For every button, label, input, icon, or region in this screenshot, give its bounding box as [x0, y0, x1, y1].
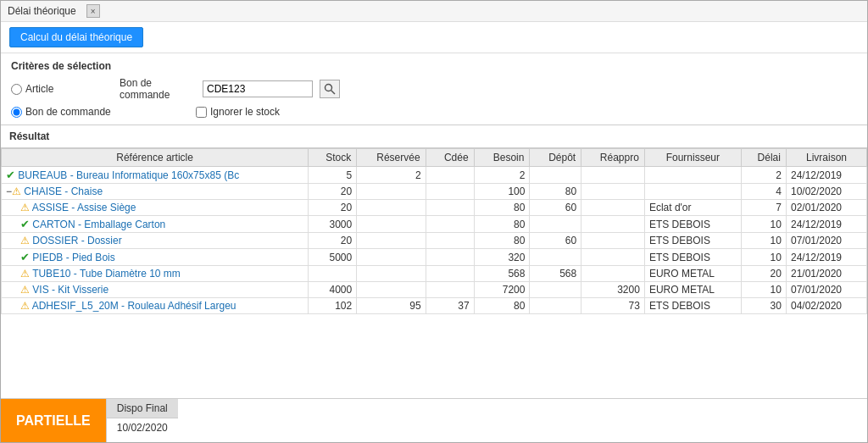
dispo-date: 10/02/2020 — [107, 418, 178, 437]
calc-button[interactable]: Calcul du délai théorique — [9, 27, 143, 47]
item-name-link[interactable]: DOSSIER - Dossier — [32, 235, 121, 246]
cell-reservee — [357, 266, 426, 282]
radio-bon-commande[interactable] — [11, 107, 22, 118]
cell-cdee — [426, 249, 474, 266]
cell-depot — [530, 282, 581, 298]
cell-ref: ⚠ TUBE10 - Tube Diamètre 10 mm — [2, 266, 309, 282]
cell-reappro: 73 — [581, 298, 645, 314]
expand-icon[interactable]: − — [6, 186, 12, 197]
cell-livraison: 24/12/2019 — [786, 216, 866, 233]
cell-livraison: 10/02/2020 — [786, 184, 866, 200]
cell-delai: 10 — [741, 216, 786, 233]
field-label: Bon de commande — [120, 77, 196, 101]
cell-fournisseur: ETS DEBOIS — [644, 233, 741, 249]
cell-livraison: 21/01/2020 — [786, 266, 866, 282]
cell-delai: 2 — [741, 167, 786, 184]
status-warn-icon: ⚠ — [12, 186, 21, 197]
cell-stock — [309, 266, 357, 282]
cell-depot — [530, 216, 581, 233]
search-button[interactable] — [320, 80, 340, 98]
col-header-cdee: Cdée — [426, 149, 474, 167]
cell-besoin: 100 — [474, 184, 530, 200]
cell-depot: 60 — [530, 233, 581, 249]
item-name-link[interactable]: CARTON - Emballage Carton — [32, 219, 165, 230]
radio-bon-label[interactable]: Bon de commande — [11, 106, 113, 118]
cell-besoin: 7200 — [474, 282, 530, 298]
col-header-stock: Stock — [309, 149, 357, 167]
cell-ref: ✔ BUREAUB - Bureau Informatique 160x75x8… — [2, 167, 309, 184]
col-header-depot: Dépôt — [530, 149, 581, 167]
status-warn-icon: ⚠ — [20, 235, 30, 246]
cell-reservee: 2 — [357, 167, 426, 184]
result-table-wrapper[interactable]: Référence article Stock Réservée Cdée Be… — [1, 148, 867, 398]
cell-livraison: 24/12/2019 — [786, 167, 866, 184]
item-name-link[interactable]: ASSISE - Assise Siège — [32, 202, 136, 213]
cell-delai: 10 — [741, 249, 786, 266]
cell-cdee — [426, 184, 474, 200]
cell-livraison: 07/01/2020 — [786, 282, 866, 298]
cell-ref: ⚠ ADHESIF_L5_20M - Rouleau Adhésif Large… — [2, 298, 309, 314]
status-ok-icon: ✔ — [6, 169, 15, 181]
status-warn-icon: ⚠ — [20, 202, 30, 213]
cell-reappro — [581, 249, 645, 266]
footer: PARTIELLE Dispo Final 10/02/2020 — [1, 398, 867, 442]
radio-article-label[interactable]: Article — [11, 83, 113, 95]
item-name-link[interactable]: ADHESIF_L5_20M - Rouleau Adhésif Largeu — [32, 300, 236, 312]
cell-reappro — [581, 184, 645, 200]
table-header-row: Référence article Stock Réservée Cdée Be… — [2, 149, 867, 167]
result-table: Référence article Stock Réservée Cdée Be… — [1, 148, 867, 314]
cell-stock: 20 — [309, 200, 357, 216]
table-row: ✔ BUREAUB - Bureau Informatique 160x75x8… — [2, 167, 867, 184]
col-header-ref: Référence article — [2, 149, 309, 167]
cell-delai: 20 — [741, 266, 786, 282]
ignore-stock-label: Ignorer le stock — [210, 106, 280, 118]
col-header-delai: Délai — [741, 149, 786, 167]
item-name-link[interactable]: BUREAUB - Bureau Informatique 160x75x85 … — [18, 169, 239, 181]
cell-reservee — [357, 233, 426, 249]
cell-fournisseur — [644, 184, 741, 200]
cell-ref: ✔ PIEDB - Pied Bois — [2, 249, 309, 266]
cell-cdee — [426, 266, 474, 282]
cell-fournisseur: EURO METAL — [644, 266, 741, 282]
cell-reservee — [357, 184, 426, 200]
cell-depot: 568 — [530, 266, 581, 282]
cell-cdee — [426, 233, 474, 249]
item-name-link[interactable]: PIEDB - Pied Bois — [32, 252, 114, 263]
cell-depot: 80 — [530, 184, 581, 200]
cell-fournisseur: ETS DEBOIS — [644, 249, 741, 266]
cell-delai: 10 — [741, 282, 786, 298]
cell-reservee — [357, 282, 426, 298]
ignore-stock-checkbox[interactable] — [196, 107, 207, 118]
item-name-link[interactable]: VIS - Kit Visserie — [32, 284, 108, 296]
cell-ref: ✔ CARTON - Emballage Carton — [2, 216, 309, 233]
table-row: −⚠ CHAISE - Chaise 20 100 80 4 10/02/202… — [2, 184, 867, 200]
cell-reservee — [357, 249, 426, 266]
cell-cdee — [426, 167, 474, 184]
ignore-stock-row: Ignorer le stock — [196, 106, 280, 118]
table-row: ⚠ ADHESIF_L5_20M - Rouleau Adhésif Large… — [2, 298, 867, 314]
cell-stock: 3000 — [309, 216, 357, 233]
cell-besoin: 80 — [474, 216, 530, 233]
cell-besoin: 80 — [474, 298, 530, 314]
item-name-link[interactable]: TUBE10 - Tube Diamètre 10 mm — [32, 268, 181, 280]
cell-reappro: 3200 — [581, 282, 645, 298]
bon-commande-input[interactable] — [203, 80, 313, 97]
window-title: Délai théorique — [8, 5, 76, 17]
item-name-link[interactable]: CHAISE - Chaise — [24, 186, 103, 197]
cell-reappro — [581, 233, 645, 249]
close-button[interactable]: × — [86, 4, 100, 18]
cell-besoin: 80 — [474, 200, 530, 216]
table-row: ⚠ VIS - Kit Visserie 4000 7200 3200 EURO… — [2, 282, 867, 298]
cell-delai: 10 — [741, 233, 786, 249]
result-section: Résultat Référence article Stock Réservé… — [1, 125, 867, 398]
status-warn-icon: ⚠ — [20, 284, 30, 296]
cell-ref: ⚠ DOSSIER - Dossier — [2, 233, 309, 249]
cell-reservee — [357, 200, 426, 216]
cell-reappro — [581, 167, 645, 184]
table-body: ✔ BUREAUB - Bureau Informatique 160x75x8… — [2, 167, 867, 314]
status-warn-icon: ⚠ — [20, 300, 30, 312]
cell-depot — [530, 249, 581, 266]
cell-livraison: 24/12/2019 — [786, 249, 866, 266]
radio-article[interactable] — [11, 84, 22, 95]
main-window: Délai théorique × Calcul du délai théori… — [0, 0, 868, 443]
